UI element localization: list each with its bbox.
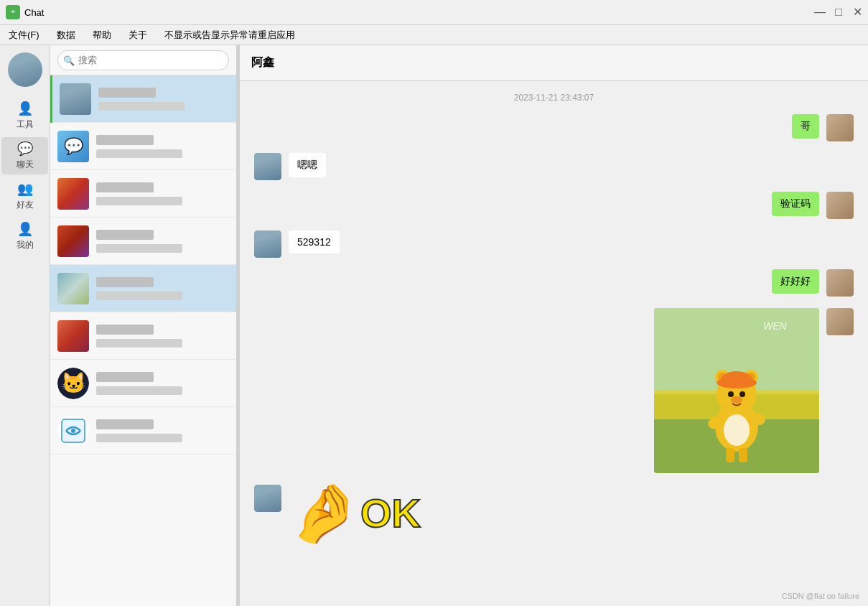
conv-msg-blur — [96, 339, 182, 348]
conv-name-blur — [96, 182, 154, 192]
list-item[interactable]: 💬 — [50, 123, 236, 170]
title-bar-left: Chat — [6, 5, 44, 19]
svg-point-25 — [724, 414, 750, 446]
conv-info — [96, 277, 229, 300]
title-bar: Chat — □ ✕ — [0, 0, 868, 25]
ok-sticker-container: 🤌 OK — [289, 485, 421, 542]
message-row: 🤌 OK — [254, 485, 854, 542]
conv-name-blur — [96, 419, 154, 429]
conv-name-row — [96, 277, 229, 287]
menu-data[interactable]: 数据 — [54, 27, 78, 43]
chat-contact-name: 阿鑫 — [251, 55, 274, 70]
menu-about[interactable]: 关于 — [126, 27, 150, 43]
conv-item-wrap-1 — [50, 75, 236, 123]
watermark: CSDN @flat on failure — [782, 592, 859, 600]
message-bubble: 嗯嗯 — [289, 153, 326, 177]
svg-point-17 — [721, 371, 752, 388]
conv-name-row — [98, 88, 229, 98]
menu-file[interactable]: 文件(F) — [6, 27, 42, 43]
conv-name-blur — [98, 88, 156, 98]
search-icon: 🔍 — [63, 55, 75, 65]
conv-msg-blur — [96, 149, 182, 158]
conv-name-blur — [96, 325, 154, 335]
nav-tools-label: 工具 — [17, 118, 34, 131]
conversation-list: 🔍 — [50, 45, 237, 606]
chat-messages: 2023-11-21 23:43:07 哥 嗯嗯 验证码 — [240, 81, 868, 606]
nav-item-mine[interactable]: 👤 我的 — [1, 218, 48, 255]
friends-icon: 👥 — [17, 181, 33, 197]
message-row: 529312 — [254, 230, 854, 258]
conv-item-wrap-3 — [50, 170, 236, 218]
chat-area: 阿鑫 2023-11-21 23:43:07 哥 嗯嗯 — [240, 45, 868, 606]
conv-avatar — [57, 225, 89, 257]
conv-avatar: 🐱 — [57, 368, 89, 399]
window-title: Chat — [24, 7, 44, 18]
list-item[interactable] — [50, 218, 236, 265]
minimize-button[interactable]: — — [815, 7, 825, 17]
nav-mine-label: 我的 — [17, 239, 34, 251]
receiver-avatar — [254, 153, 281, 180]
conv-name-row — [96, 325, 229, 335]
conv-name-blur — [96, 372, 154, 382]
maximize-button[interactable]: □ — [834, 7, 844, 17]
message-row: WEN — [254, 308, 854, 473]
ok-hand-sticker: 🤌 — [289, 485, 360, 542]
chat-icon: 💬 — [17, 141, 33, 157]
mine-icon: 👤 — [17, 221, 33, 237]
conv-item-wrap-8 — [50, 407, 236, 454]
svg-point-4 — [71, 429, 75, 433]
svg-text:WEN: WEN — [763, 320, 788, 332]
conv-avatar — [57, 273, 89, 304]
conv-name-blur — [96, 277, 154, 287]
list-item[interactable] — [50, 75, 236, 123]
list-item[interactable]: 🐱 — [50, 360, 236, 407]
conv-info — [96, 372, 229, 395]
main-layout: 👤 工具 💬 聊天 👥 好友 👤 我的 🔍 — [0, 45, 868, 606]
receiver-avatar — [254, 485, 281, 512]
list-item[interactable] — [50, 407, 236, 454]
list-item[interactable] — [50, 312, 236, 360]
conv-name-blur — [96, 230, 154, 240]
nav-item-friends[interactable]: 👥 好友 — [1, 177, 48, 215]
active-indicator — [50, 75, 52, 123]
svg-point-18 — [728, 391, 734, 397]
conv-name-row — [96, 230, 229, 240]
title-bar-controls: — □ ✕ — [815, 7, 862, 17]
svg-point-19 — [739, 391, 745, 397]
sender-avatar — [826, 269, 854, 297]
conv-info — [96, 419, 229, 442]
conv-name-row — [96, 135, 229, 145]
conv-info — [96, 230, 229, 253]
svg-point-20 — [731, 396, 742, 404]
menu-bar: 文件(F) 数据 帮助 关于 不显示或告显示异常请重启应用 — [0, 25, 868, 45]
conv-item-wrap-7: 🐱 — [50, 360, 236, 407]
message-row: 好好好 — [254, 269, 854, 297]
menu-restart[interactable]: 不显示或告显示异常请重启应用 — [162, 27, 298, 43]
message-bubble: 哥 — [792, 114, 819, 139]
svg-rect-21 — [726, 448, 734, 462]
nav-friends-label: 好友 — [17, 199, 34, 211]
search-bar: 🔍 — [50, 45, 236, 75]
conv-msg-blur — [98, 102, 185, 111]
conv-name-row — [96, 419, 229, 429]
receiver-avatar — [254, 230, 281, 258]
list-item[interactable] — [50, 170, 236, 218]
conv-item-wrap-4 — [50, 218, 236, 265]
conv-msg-blur — [96, 386, 182, 395]
conv-msg-blur — [96, 197, 182, 205]
nav-item-tools[interactable]: 👤 工具 — [1, 97, 48, 134]
close-button[interactable]: ✕ — [852, 7, 862, 17]
sender-avatar — [826, 192, 854, 219]
user-avatar[interactable] — [8, 52, 42, 87]
svg-point-2 — [14, 11, 15, 12]
chat-header: 阿鑫 — [240, 45, 868, 81]
message-row: 哥 — [254, 114, 854, 141]
list-item[interactable] — [50, 265, 236, 312]
svg-point-1 — [11, 11, 12, 12]
search-input[interactable] — [57, 50, 229, 70]
tools-icon: 👤 — [17, 101, 33, 116]
message-row: 验证码 — [254, 192, 854, 219]
nav-item-chat[interactable]: 💬 聊天 — [1, 137, 48, 174]
menu-help[interactable]: 帮助 — [90, 27, 114, 43]
conv-item-wrap-6 — [50, 312, 236, 360]
